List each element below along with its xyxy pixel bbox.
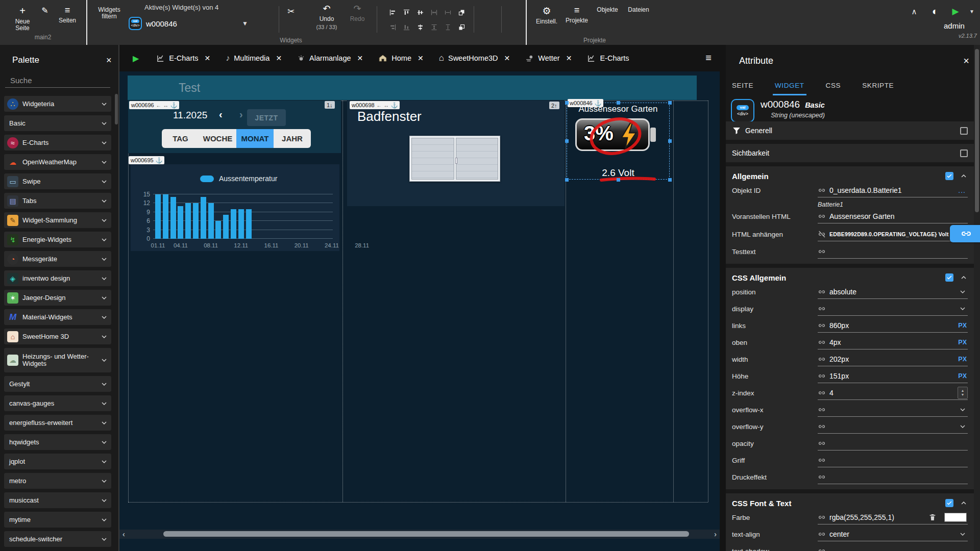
undo-button[interactable]: ↶ Undo (33 / 33) bbox=[314, 3, 339, 31]
widget-badge[interactable]: w000696←↔⚓ bbox=[129, 101, 179, 109]
align-tool-4-button[interactable] bbox=[441, 5, 455, 20]
dropdown-arrow-icon[interactable] bbox=[959, 530, 967, 538]
segment-woche[interactable]: WOCHE bbox=[199, 129, 236, 148]
align-tool-1-button[interactable] bbox=[400, 5, 413, 20]
view-canvas[interactable]: Test 11.2025 ‹ › JETZT TAGWOCHEMONATJAHR… bbox=[119, 71, 720, 551]
palette-group-widget-sammlung[interactable]: ✎Widget-Sammlung bbox=[4, 212, 111, 228]
palette-group-e-charts[interactable]: ≈E-Charts bbox=[4, 135, 111, 151]
attribute-value-field[interactable]: center bbox=[818, 528, 968, 541]
chevron-up-icon[interactable] bbox=[960, 499, 968, 507]
dropdown-arrow-icon[interactable] bbox=[959, 422, 967, 431]
palette-search[interactable] bbox=[5, 73, 110, 88]
widget-badge[interactable]: w000846⚓ bbox=[568, 99, 603, 107]
checkbox-checked[interactable] bbox=[945, 172, 953, 180]
checkbox-unchecked[interactable] bbox=[960, 149, 968, 157]
widget-temperature-chart[interactable]: Aussentemperatur 03691215 01.1104.1108.1… bbox=[131, 164, 339, 251]
attribute-value-field[interactable]: 0_userdata.0.Batterie1... bbox=[818, 184, 968, 197]
tab-menu-icon[interactable]: ≡ bbox=[705, 52, 712, 63]
binding-button[interactable] bbox=[950, 225, 980, 242]
palette-group-schedule-switcher[interactable]: schedule-switcher bbox=[4, 531, 111, 547]
close-palette-icon[interactable]: × bbox=[106, 55, 112, 66]
selection-handle[interactable] bbox=[617, 178, 620, 182]
widget-select-arrow-icon[interactable]: ▼ bbox=[240, 18, 250, 29]
unit-px-button[interactable]: PX bbox=[958, 339, 967, 346]
close-tab-icon[interactable]: ✕ bbox=[502, 54, 510, 62]
align-tool-3-button[interactable] bbox=[427, 5, 441, 20]
run-project-button[interactable]: ▶ bbox=[949, 5, 962, 17]
palette-group-canvas-gauges[interactable]: canvas-gauges bbox=[4, 395, 111, 411]
widget-badge[interactable]: w000695⚓ bbox=[129, 156, 164, 164]
close-tab-icon[interactable]: ✕ bbox=[355, 54, 363, 62]
palette-group-basic[interactable]: Basic bbox=[4, 115, 111, 131]
palette-group-metro[interactable]: metro bbox=[4, 473, 111, 489]
selection-handle[interactable] bbox=[565, 139, 569, 143]
tab-seite[interactable]: SEITE bbox=[730, 79, 755, 95]
delete-page-button[interactable] bbox=[39, 19, 51, 32]
collapse-toolbar-icon[interactable]: ∧ bbox=[909, 6, 920, 17]
palette-group-energiefluss-erweitert[interactable]: energiefluss-erweitert bbox=[4, 415, 111, 431]
filter-widgets-button[interactable]: Widgets filtern bbox=[95, 5, 124, 20]
segment-jahr[interactable]: JAHR bbox=[274, 129, 311, 148]
attribute-value-field[interactable]: EDBE9992D89.0.OPERATING_VOLTAGE} Volt bbox=[818, 228, 980, 241]
checkbox-checked[interactable] bbox=[945, 499, 953, 507]
view-tab-e-charts-6[interactable]: E-Charts bbox=[587, 54, 629, 63]
open-view-button[interactable] bbox=[481, 5, 493, 17]
copy-button[interactable] bbox=[300, 5, 312, 17]
paste-button[interactable] bbox=[285, 21, 297, 34]
palette-group-musiccast[interactable]: musiccast bbox=[4, 492, 111, 508]
palette-group-swipe[interactable]: ▭Swipe bbox=[4, 173, 111, 189]
widget-badge[interactable]: w000698←↔⚓ bbox=[350, 101, 400, 109]
palette-group-inventwo-design[interactable]: ◈inventwo design bbox=[4, 270, 111, 286]
dropdown-arrow-icon[interactable] bbox=[959, 406, 967, 414]
palette-scrollbar[interactable] bbox=[115, 94, 118, 124]
search-input[interactable] bbox=[10, 76, 87, 85]
run-options-arrow-icon[interactable]: ▼ bbox=[968, 7, 976, 15]
view-tab-e-charts-0[interactable]: E-Charts✕ bbox=[156, 54, 210, 63]
redo-button[interactable]: ↷ Redo bbox=[346, 3, 369, 22]
scrollbar-thumb[interactable] bbox=[163, 531, 689, 537]
attributes-scrollbar[interactable] bbox=[974, 45, 980, 551]
selection-handle[interactable] bbox=[668, 139, 672, 143]
attribute-value-field[interactable]: absolute bbox=[818, 285, 968, 299]
number-spinner[interactable]: ▲▼ bbox=[958, 387, 968, 399]
tab-skripte[interactable]: SKRIPTE bbox=[860, 79, 896, 95]
prev-period-button[interactable]: ‹ bbox=[219, 109, 223, 120]
user-info[interactable]: admin bbox=[940, 21, 965, 30]
cut-button[interactable]: ✂ bbox=[285, 5, 297, 17]
palette-group-heizungs-und-wetter-widgets[interactable]: ☁Heizungs- und Wetter-Widgets bbox=[4, 348, 111, 372]
view-tab-wetter-5[interactable]: Wetter✕ bbox=[525, 54, 572, 63]
canvas-horizontal-scrollbar[interactable]: ‹ › bbox=[119, 530, 720, 539]
selection-handle[interactable] bbox=[668, 101, 672, 105]
chevron-up-icon[interactable] bbox=[960, 172, 968, 180]
projects-button[interactable]: ≡ Projekte bbox=[564, 5, 590, 24]
run-view-icon[interactable]: ▶ bbox=[133, 54, 139, 63]
align-tool-10-button[interactable] bbox=[441, 20, 455, 35]
attribute-value-field[interactable]: 4pxPX bbox=[818, 336, 968, 349]
tab-css[interactable]: CSS bbox=[824, 79, 843, 95]
tab-widget[interactable]: WIDGET bbox=[773, 79, 806, 95]
panel-divider[interactable] bbox=[720, 45, 726, 551]
selection-handle[interactable] bbox=[668, 178, 672, 182]
new-page-button[interactable]: + Neue Seite bbox=[9, 5, 36, 32]
align-tool-6-button[interactable] bbox=[386, 20, 400, 35]
files-button[interactable]: Dateien bbox=[626, 5, 651, 13]
align-tool-2-button[interactable] bbox=[413, 5, 427, 20]
minimize-panel-icon[interactable] bbox=[940, 54, 953, 67]
palette-group-energie-widgets[interactable]: ↯Energie-Widgets bbox=[4, 232, 111, 247]
edit-page-button[interactable]: ✎ bbox=[39, 4, 51, 16]
preview-button[interactable] bbox=[481, 21, 493, 34]
attribute-value-field[interactable] bbox=[818, 544, 968, 551]
pages-button[interactable]: ≡ Seiten bbox=[55, 5, 80, 24]
align-tool-11-button[interactable] bbox=[455, 20, 469, 35]
palette-group-mytime[interactable]: mytime bbox=[4, 512, 111, 528]
unit-px-button[interactable]: PX bbox=[958, 356, 967, 363]
attribute-value-field[interactable] bbox=[818, 245, 968, 259]
dropdown-arrow-icon[interactable] bbox=[959, 305, 967, 313]
view-tab-home-3[interactable]: Home✕ bbox=[378, 54, 423, 63]
import-button[interactable] bbox=[507, 5, 520, 17]
selection-handle[interactable] bbox=[617, 101, 620, 105]
palette-group-jaeger-design[interactable]: ✶Jaeger-Design bbox=[4, 290, 111, 306]
checkbox-unchecked[interactable] bbox=[960, 127, 968, 135]
settings-button[interactable]: ⚙ Einstell. bbox=[534, 5, 559, 25]
align-tool-0-button[interactable] bbox=[386, 5, 400, 20]
